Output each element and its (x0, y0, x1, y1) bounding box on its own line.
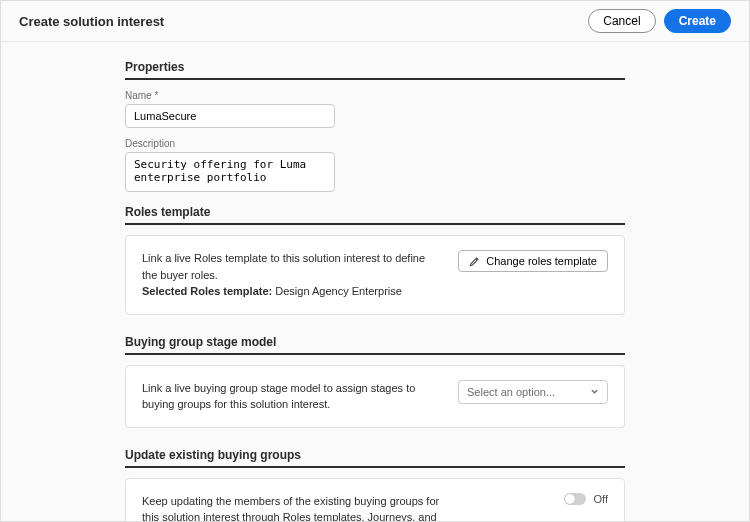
description-field: Description (125, 138, 625, 195)
stage-description: Link a live buying group stage model to … (142, 380, 442, 413)
create-button[interactable]: Create (664, 9, 731, 33)
update-section-title: Update existing buying groups (125, 448, 625, 462)
dialog-header: Create solution interest Cancel Create (1, 1, 749, 42)
roles-description: Link a live Roles template to this solut… (142, 250, 442, 283)
auto-update-toggle[interactable] (564, 493, 586, 505)
roles-section-title: Roles template (125, 205, 625, 219)
change-roles-template-button[interactable]: Change roles template (458, 250, 608, 272)
description-label: Description (125, 138, 625, 149)
roles-selected-label: Selected Roles template: (142, 285, 272, 297)
toggle-state-label: Off (594, 493, 608, 505)
stage-rule (125, 353, 625, 355)
description-input[interactable] (125, 152, 335, 192)
properties-rule (125, 78, 625, 80)
chevron-down-icon (590, 387, 599, 396)
stage-model-select[interactable]: Select an option... (458, 380, 608, 404)
change-roles-template-label: Change roles template (486, 255, 597, 267)
header-actions: Cancel Create (588, 9, 731, 33)
name-label: Name (125, 90, 625, 101)
name-input[interactable] (125, 104, 335, 128)
update-rule (125, 466, 625, 468)
roles-card-text: Link a live Roles template to this solut… (142, 250, 442, 300)
name-field: Name (125, 90, 625, 128)
properties-section-title: Properties (125, 60, 625, 74)
cancel-button[interactable]: Cancel (588, 9, 655, 33)
roles-rule (125, 223, 625, 225)
roles-selected-line: Selected Roles template: Design Agency E… (142, 283, 442, 300)
roles-selected-value: Design Agency Enterprise (275, 285, 402, 297)
content-column: Properties Name Description Roles templa… (125, 60, 625, 521)
update-toggle-wrap: Off (564, 493, 608, 505)
roles-card: Link a live Roles template to this solut… (125, 235, 625, 315)
dialog-body[interactable]: Properties Name Description Roles templa… (1, 42, 749, 521)
stage-card: Link a live buying group stage model to … (125, 365, 625, 428)
update-description: Keep updating the members of the existin… (142, 493, 442, 522)
pencil-icon (469, 256, 480, 267)
stage-model-placeholder: Select an option... (467, 386, 555, 398)
create-solution-interest-dialog: Create solution interest Cancel Create P… (0, 0, 750, 522)
dialog-title: Create solution interest (19, 14, 164, 29)
stage-section-title: Buying group stage model (125, 335, 625, 349)
update-card: Keep updating the members of the existin… (125, 478, 625, 522)
